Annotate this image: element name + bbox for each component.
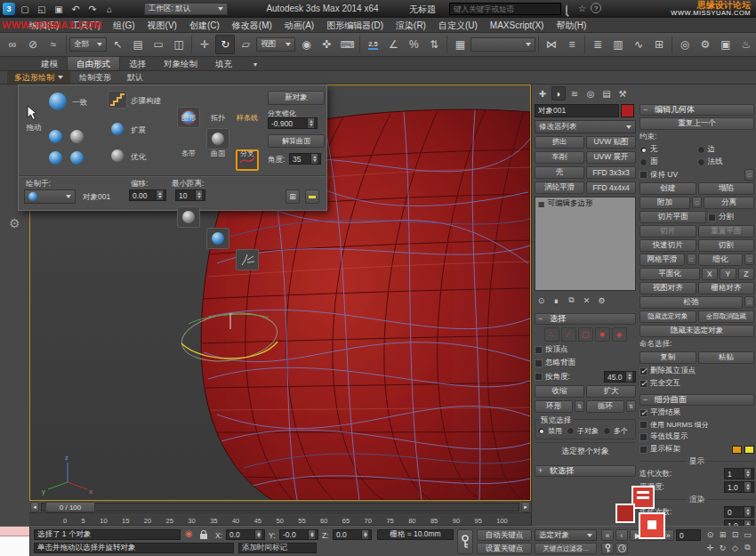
spinner-arrows-icon[interactable] <box>744 482 751 492</box>
edit-geometry-rollout-header[interactable]: 编辑几何体 <box>639 104 754 116</box>
menu-item[interactable]: 图形编辑器(D) <box>320 18 390 33</box>
offset-spinner[interactable]: 0.00 <box>129 189 166 201</box>
copy-button[interactable]: 复制 <box>639 351 696 364</box>
menu-item[interactable]: 视图(V) <box>141 18 183 33</box>
solve-surface-button[interactable]: 解算曲面 <box>268 134 325 148</box>
use-pivot-center-icon[interactable]: ◉ <box>296 35 316 54</box>
attach-settings-icon[interactable]: □ <box>692 197 702 208</box>
time-tag-field[interactable]: 添加时间标记 <box>238 543 317 553</box>
delete-isolated-vertices-checkbox[interactable]: 删除孤立顶点 <box>639 366 754 376</box>
object-color-swatch[interactable] <box>621 104 634 117</box>
field-of-view-icon[interactable]: ◇ <box>729 542 741 553</box>
menu-item[interactable]: 修改器(M) <box>226 18 278 33</box>
selection-region-icon[interactable]: ▭ <box>149 35 168 54</box>
unhide-all-button[interactable]: 全部取消隐藏 <box>698 310 755 323</box>
split-checkbox[interactable]: 分割 <box>708 211 754 223</box>
tool-drag-label[interactable]: 拖动 <box>19 123 49 133</box>
conform-variant-icon[interactable] <box>49 130 62 143</box>
modifier-unwrap-uvw-button[interactable]: UVW 展开 <box>586 151 636 164</box>
view-align-button[interactable]: 视图对齐 <box>639 282 696 294</box>
select-object-icon[interactable]: ↖ <box>108 35 127 54</box>
selection-filter-dropdown[interactable]: 全部 <box>69 37 107 52</box>
full-interactivity-checkbox[interactable]: 完全交互 <box>639 378 754 389</box>
zoom-all-icon[interactable]: ⊞ <box>717 528 728 540</box>
radio-icon[interactable] <box>639 146 647 154</box>
loop-spinner-icon[interactable]: ⇅ <box>626 400 636 412</box>
radio-icon[interactable] <box>603 427 611 435</box>
preview-multiple-radio[interactable]: 多个 <box>603 426 628 436</box>
menu-item[interactable]: 自定义(U) <box>432 18 484 33</box>
use-nurms-checkbox[interactable]: 使用 NURMS 细分 <box>639 420 754 430</box>
ring-spinner-icon[interactable]: ⇅ <box>575 400 584 412</box>
key-filters-button[interactable]: 关键点过滤器... <box>535 543 597 554</box>
menu-item[interactable]: 动画(A) <box>278 18 320 33</box>
by-angle-checkbox[interactable] <box>535 373 543 381</box>
spinner-arrows-icon[interactable] <box>254 530 261 539</box>
menu-item[interactable]: 创建(C) <box>183 18 226 33</box>
checkbox-icon[interactable] <box>639 380 647 388</box>
pin-stack-icon[interactable]: ⊙ <box>535 294 548 307</box>
maxscript-mini-listener[interactable] <box>0 527 30 556</box>
spinner-arrows-icon[interactable] <box>156 190 163 200</box>
radio-icon[interactable] <box>567 427 575 435</box>
stack-item-label[interactable]: 可编辑多边形 <box>548 198 593 209</box>
time-slider-track[interactable] <box>41 503 519 512</box>
set-keys-button[interactable] <box>457 529 473 554</box>
modifier-shell-button[interactable]: 壳 <box>535 166 584 179</box>
preview-subobject-radio[interactable]: 子对象 <box>567 426 599 436</box>
select-and-manipulate-icon[interactable]: ✜ <box>317 35 336 54</box>
relax-settings-icon[interactable]: □ <box>744 296 754 308</box>
modifier-uvw-map-button[interactable]: UVW 贴图 <box>586 136 636 149</box>
step-build-icon[interactable] <box>108 91 127 109</box>
grid-align-button[interactable]: 栅格对齐 <box>698 282 755 294</box>
modifier-extrude-button[interactable]: 挤出 <box>535 136 584 149</box>
cut-button[interactable]: 切割 <box>698 239 755 252</box>
spinner-arrows-icon[interactable] <box>744 469 751 479</box>
reference-coordinate-dropdown[interactable]: 视图 <box>256 37 295 52</box>
time-slider-next-icon[interactable]: ▸ <box>521 502 530 512</box>
open-file-icon[interactable]: ◱ <box>35 2 49 16</box>
modifier-turbosmooth-button[interactable]: 涡轮平滑 <box>535 181 584 194</box>
hierarchy-tab-icon[interactable]: ≋ <box>567 86 582 101</box>
spinner-snap-icon[interactable]: ⇅ <box>424 35 444 54</box>
spinner-arrows-icon[interactable] <box>308 530 315 539</box>
vertex-subobject-icon[interactable]: ∴ <box>544 327 559 342</box>
ignore-backfacing-checkbox[interactable]: 忽略背面 <box>535 358 636 368</box>
constraint-edge-radio[interactable]: 边 <box>697 144 755 155</box>
zoom-extents-icon[interactable]: ⊡ <box>729 528 741 540</box>
modifier-stack-list[interactable]: ▦ 可编辑多边形 <box>535 197 636 291</box>
branches-icon[interactable] <box>236 249 259 270</box>
shrink-button[interactable]: 收缩 <box>535 385 584 398</box>
gear-icon[interactable]: ⚙ <box>9 216 20 230</box>
preserve-uvs-settings-icon[interactable]: □ <box>744 169 754 181</box>
mirror-icon[interactable]: ⋈ <box>542 35 561 54</box>
curve-editor-icon[interactable]: ∿ <box>629 35 648 54</box>
by-angle-spinner[interactable]: 45.0 <box>604 371 636 383</box>
select-and-rotate-icon[interactable]: ↻ <box>215 35 235 54</box>
by-vertex-checkbox[interactable]: 按顶点 <box>535 344 636 355</box>
x-coord-spinner[interactable]: 0.0 <box>226 529 265 540</box>
selection-lock-toggle-icon[interactable] <box>200 534 207 539</box>
select-and-link-icon[interactable]: ∞ <box>3 35 22 54</box>
polygon-subobject-icon[interactable]: ■ <box>595 327 610 342</box>
spinner-arrows-icon[interactable] <box>744 507 751 517</box>
element-subobject-icon[interactable]: ◈ <box>612 327 627 342</box>
zoom-icon[interactable]: ⊙ <box>704 528 716 540</box>
cage-color-swatch[interactable] <box>732 446 742 454</box>
percent-snap-icon[interactable]: % <box>404 35 423 54</box>
angle-snap-icon[interactable]: ∠ <box>383 35 403 54</box>
tool-branches-label[interactable]: 分支 <box>233 149 261 158</box>
render-production-icon[interactable]: ♨ <box>736 35 756 54</box>
make-unique-icon[interactable]: ⧉ <box>565 294 578 307</box>
modify-tab-icon[interactable]: ◗ <box>551 86 566 101</box>
ribbon-toggle-icon[interactable]: ▥ <box>608 35 628 54</box>
macro-recorder-pane[interactable] <box>0 527 29 536</box>
search-icon[interactable] <box>566 4 567 15</box>
ribbon-tab-selection[interactable]: 选择 <box>120 57 155 70</box>
tool-optimize-label[interactable]: 优化 <box>131 152 146 163</box>
radio-icon[interactable] <box>697 158 705 166</box>
listener-pane[interactable] <box>0 536 29 556</box>
slice-plane-button[interactable]: 切片平面 <box>639 211 706 223</box>
named-selection-set-dropdown[interactable] <box>470 37 535 52</box>
tool-conform-label[interactable]: 一致 <box>72 98 87 109</box>
